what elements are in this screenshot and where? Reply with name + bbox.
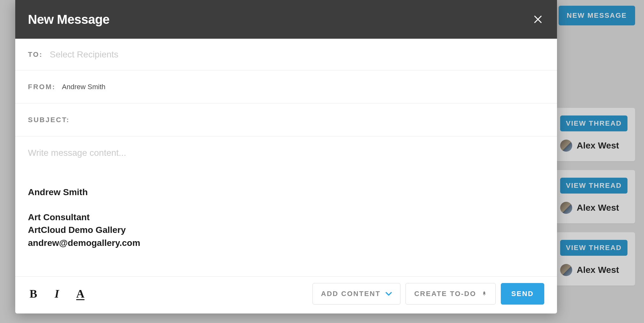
italic-button[interactable]: I	[51, 287, 62, 300]
subject-label: SUBJECT:	[28, 116, 70, 124]
bell-icon	[481, 291, 487, 297]
send-label: SEND	[511, 290, 534, 298]
close-icon	[533, 15, 543, 24]
create-todo-label: CREATE TO-DO	[414, 290, 476, 298]
close-button[interactable]	[532, 13, 544, 26]
bold-button[interactable]: B	[28, 287, 39, 300]
format-toolbar: B I A	[28, 287, 86, 300]
to-label: TO:	[28, 50, 43, 59]
signature-email: andrew@demogallery.com	[28, 237, 544, 250]
signature-title: Art Consultant	[28, 211, 544, 224]
message-editor[interactable]: Andrew Smith Art Consultant ArtCloud Dem…	[15, 136, 557, 276]
recipients-input[interactable]	[50, 49, 544, 60]
message-body-input[interactable]	[28, 148, 544, 164]
signature-name: Andrew Smith	[28, 186, 544, 199]
underline-icon: A	[76, 287, 84, 300]
from-field-row: FROM: Andrew Smith	[15, 70, 557, 103]
subject-field-row: SUBJECT:	[15, 103, 557, 136]
add-content-button[interactable]: ADD CONTENT	[312, 283, 401, 305]
footer-actions: ADD CONTENT CREATE TO-DO SEND	[312, 283, 544, 305]
underline-button[interactable]: A	[75, 287, 86, 300]
create-todo-button[interactable]: CREATE TO-DO	[406, 283, 495, 305]
modal-header: New Message	[15, 0, 557, 39]
bold-icon: B	[30, 287, 37, 300]
chevron-down-icon	[386, 292, 392, 296]
send-button[interactable]: SEND	[501, 283, 544, 305]
add-content-label: ADD CONTENT	[321, 290, 381, 298]
new-message-modal: New Message TO: FROM: Andrew Smith SUBJE…	[15, 0, 557, 313]
from-label: FROM:	[28, 83, 56, 91]
from-value: Andrew Smith	[62, 83, 105, 91]
signature-block: Andrew Smith Art Consultant ArtCloud Dem…	[28, 186, 544, 249]
modal-body: TO: FROM: Andrew Smith SUBJECT: Andrew S…	[15, 39, 557, 313]
to-field-row: TO:	[15, 39, 557, 70]
signature-company: ArtCloud Demo Gallery	[28, 224, 544, 237]
modal-title: New Message	[28, 12, 110, 27]
modal-footer: B I A ADD CONTENT CREATE TO-DO	[15, 276, 557, 313]
subject-input[interactable]	[76, 116, 544, 124]
italic-icon: I	[55, 287, 59, 300]
